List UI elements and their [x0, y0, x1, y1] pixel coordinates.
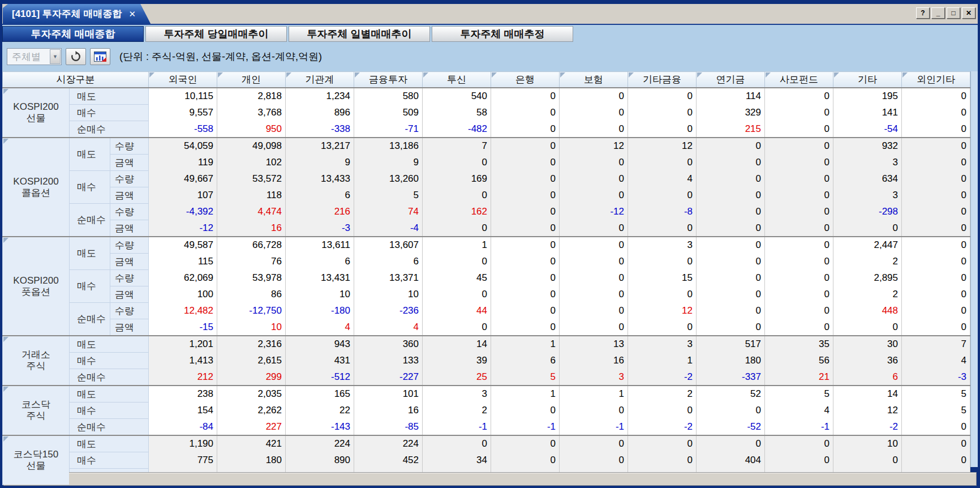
- value-cell: -2: [833, 419, 902, 436]
- value-cell: 0: [560, 435, 628, 452]
- column-header-3[interactable]: 기관계: [286, 72, 354, 88]
- value-cell: 7: [423, 138, 491, 155]
- column-header-11[interactable]: 기타: [833, 72, 902, 88]
- value-cell: 0: [765, 303, 833, 319]
- value-cell: 227: [217, 419, 286, 436]
- value-cell: 3: [628, 336, 697, 353]
- table-row: 매수수량62,06953,97813,43113,371450015002,89…: [3, 270, 970, 286]
- value-cell: 0: [697, 204, 765, 220]
- value-cell: 0: [491, 403, 560, 419]
- chevron-down-icon[interactable]: ▼: [50, 49, 61, 64]
- value-cell: 102: [217, 155, 286, 171]
- value-cell: 0: [628, 403, 697, 419]
- column-header-label: 사모펀드: [780, 74, 818, 85]
- value-cell: 2,615: [217, 353, 286, 369]
- value-cell: 775: [149, 452, 217, 469]
- column-header-6[interactable]: 은행: [491, 72, 560, 88]
- value-cell: 2,316: [217, 336, 286, 353]
- value-cell: 6: [354, 254, 423, 270]
- value-cell: -338: [286, 121, 354, 138]
- table-row: 순매수-558950-338-71-4820002150-540: [3, 121, 970, 138]
- value-cell: 0: [560, 187, 628, 204]
- help-button[interactable]: ?: [916, 7, 930, 19]
- action-label: 매도: [70, 336, 149, 353]
- value-cell: 0: [560, 220, 628, 237]
- summary-table: 시장구분외국인개인기관계금융투자투신은행보험기타금융연기금사모펀드기타외인기타K…: [2, 71, 970, 485]
- value-cell: -3: [902, 369, 970, 386]
- scrollbar-gutter[interactable]: [970, 71, 978, 467]
- subject-dropdown[interactable]: 주체별 ▼: [7, 48, 62, 65]
- value-cell: 1,190: [149, 435, 217, 452]
- value-cell: 0: [628, 220, 697, 237]
- corner-triangle-icon: [3, 139, 8, 144]
- close-button[interactable]: ✕: [962, 7, 975, 19]
- value-cell: 58: [423, 105, 491, 121]
- value-cell: 0: [697, 403, 765, 419]
- title-bar: [4101] 투자주체 매매종합 ✕ ?_□✕: [2, 2, 978, 24]
- value-cell: 224: [286, 435, 354, 452]
- column-header-8[interactable]: 기타금융: [628, 72, 697, 88]
- column-header-9[interactable]: 연기금: [697, 72, 765, 88]
- value-cell: -236: [354, 303, 423, 319]
- column-header-2[interactable]: 개인: [217, 72, 286, 88]
- table-row: 코스닥 주식매도2382,0351651013112525145: [3, 386, 970, 403]
- value-cell: 0: [902, 270, 970, 286]
- chart-button[interactable]: [90, 48, 110, 65]
- value-cell: 13,186: [354, 138, 423, 155]
- column-header-12[interactable]: 외인기타: [902, 72, 970, 88]
- column-header-4[interactable]: 금융투자: [354, 72, 423, 88]
- value-cell: 0: [697, 303, 765, 319]
- tab-3[interactable]: 투자주체 일별매매추이: [289, 26, 430, 42]
- tab-close-icon[interactable]: ✕: [129, 9, 136, 19]
- column-header-1[interactable]: 외국인: [149, 72, 217, 88]
- sub-label: 수량: [110, 204, 149, 220]
- unit-label: (단위 : 주식-억원, 선물-계약, 옵션-계약,억원): [119, 50, 322, 63]
- value-cell: 0: [628, 155, 697, 171]
- value-cell: 0: [628, 105, 697, 121]
- action-label: 매도: [70, 88, 149, 105]
- tab-1[interactable]: 투자주체 매매종합: [2, 26, 144, 42]
- column-header-label: 금융투자: [369, 74, 407, 85]
- value-cell: 932: [833, 138, 902, 155]
- column-header-7[interactable]: 보험: [560, 72, 628, 88]
- table-row: 금액1191029900000030: [3, 155, 970, 171]
- maximize-button[interactable]: □: [947, 7, 960, 19]
- column-header-label: 은행: [515, 74, 535, 85]
- column-header-5[interactable]: 투신: [423, 72, 491, 88]
- value-cell: 10: [217, 319, 286, 336]
- value-cell: 0: [560, 319, 628, 336]
- tab-2[interactable]: 투자주체 당일매매추이: [145, 26, 287, 42]
- value-cell: -8: [628, 204, 697, 220]
- value-cell: 62,069: [149, 270, 217, 286]
- refresh-button[interactable]: [66, 48, 86, 65]
- column-header-10[interactable]: 사모펀드: [765, 72, 833, 88]
- tab-4[interactable]: 투자주체 매매추정: [432, 26, 573, 42]
- value-cell: 896: [286, 105, 354, 121]
- value-cell: 0: [423, 286, 491, 303]
- table-row: 금액-15104400000000: [3, 319, 970, 336]
- value-cell: 2,447: [833, 237, 902, 254]
- group-label: 코스닥 주식: [3, 386, 70, 435]
- sub-label: 금액: [110, 155, 149, 171]
- value-cell: 12: [833, 403, 902, 419]
- corner-header: 시장구분: [3, 72, 149, 88]
- value-cell: 0: [560, 171, 628, 187]
- value-cell: 54,059: [149, 138, 217, 155]
- value-cell: 0: [491, 286, 560, 303]
- value-cell: 3,768: [217, 105, 286, 121]
- corner-triangle-icon: [834, 72, 839, 78]
- window-title-tab[interactable]: [4101] 투자주체 매매종합 ✕: [3, 4, 151, 24]
- value-cell: 0: [628, 435, 697, 452]
- value-cell: 0: [833, 452, 902, 469]
- value-cell: 0: [833, 220, 902, 237]
- minimize-button[interactable]: _: [931, 7, 945, 19]
- corner-triangle-icon: [149, 72, 154, 78]
- value-cell: 2,895: [833, 270, 902, 286]
- value-cell: 4: [628, 171, 697, 187]
- value-cell: 0: [902, 138, 970, 155]
- value-cell: 30: [833, 336, 902, 353]
- sub-label: 수량: [110, 303, 149, 319]
- value-cell: 0: [491, 171, 560, 187]
- value-cell: 0: [423, 187, 491, 204]
- column-header-label: 기타: [858, 74, 877, 85]
